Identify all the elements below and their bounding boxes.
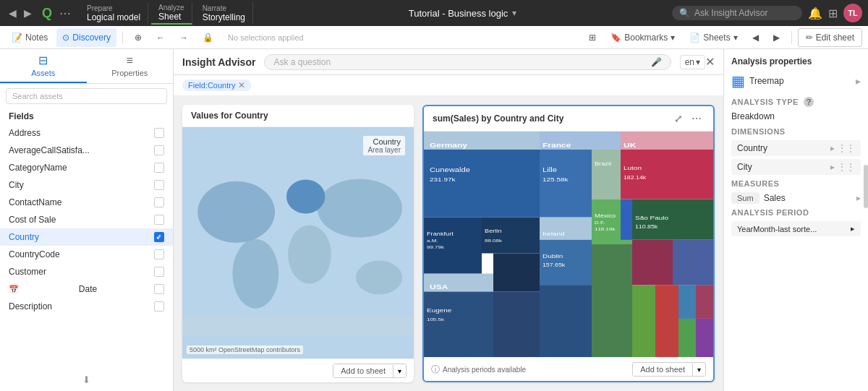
field-check-costofsale[interactable]	[154, 215, 164, 225]
svg-text:Berlin: Berlin	[485, 228, 502, 234]
card2-header: sum(Sales) by Country and City ⤢ ⋯	[424, 106, 713, 132]
insight-search-bar[interactable]: 🎤	[264, 54, 671, 70]
card-sum-sales: sum(Sales) by Country and City ⤢ ⋯ Germa…	[422, 105, 715, 382]
bookmark-icon: 🔖	[610, 33, 621, 43]
insight-question-input[interactable]	[273, 57, 646, 67]
field-name-averagecall: AverageCallSatisfa...	[9, 145, 90, 155]
grid-icon[interactable]: ⊞	[828, 7, 838, 20]
field-check-country[interactable]: ✓	[154, 232, 164, 242]
svg-rect-54	[632, 285, 655, 357]
dimension-country-label: Country	[737, 143, 767, 153]
sheets-button[interactable]: 📄 Sheets ▾	[684, 28, 743, 47]
lock-button[interactable]: 🔒	[197, 28, 219, 47]
field-check-date[interactable]	[154, 284, 164, 294]
field-item-averagecall[interactable]: AverageCallSatisfa...	[0, 142, 173, 159]
analysis-period-value: YearMonth-last sorte...	[737, 225, 817, 233]
grid-view-button[interactable]: ⊞	[583, 28, 602, 47]
field-check-contactname[interactable]	[154, 197, 164, 207]
hamburger-icon[interactable]: ⋯	[59, 7, 71, 20]
treemap-icon: ▦	[731, 72, 745, 90]
map-footer: 5000 km² OpenStreetMap contributors	[187, 345, 303, 354]
back-button[interactable]: ←	[150, 28, 171, 47]
field-item-customer[interactable]: Customer	[0, 263, 173, 280]
nav-prev-icon: ◀	[752, 33, 759, 43]
right-panel-content: Analysis properties ▦ Treemap ▸ Analysis…	[724, 49, 868, 244]
forward-button[interactable]: →	[174, 28, 194, 47]
search-input[interactable]	[694, 8, 788, 18]
add-to-sheet-dropdown-1[interactable]: ▾	[393, 365, 406, 377]
svg-text:a.M.: a.M.	[427, 239, 438, 244]
bell-icon[interactable]: 🔔	[808, 7, 822, 20]
dim-move-icon[interactable]: ⋮⋮	[838, 143, 855, 153]
bookmarks-button[interactable]: 🔖 Bookmarks ▾	[605, 28, 681, 47]
tab-assets[interactable]: ⊟ Assets	[0, 49, 87, 83]
mic-icon[interactable]: 🎤	[651, 57, 662, 67]
help-icon[interactable]: ?	[804, 97, 814, 107]
field-check-address[interactable]	[154, 128, 164, 138]
chart-type-expand-icon[interactable]: ▸	[856, 75, 861, 87]
svg-text:110.85k: 110.85k	[635, 224, 658, 230]
measure-expand-icon[interactable]: ▸	[856, 193, 861, 203]
field-check-averagecall[interactable]	[154, 145, 164, 155]
nav-prev-button[interactable]: ◀	[746, 28, 765, 47]
dim-city-move-icon[interactable]: ⋮⋮	[838, 162, 855, 172]
remove-filter-tag-button[interactable]: ✕	[238, 81, 245, 90]
nav-prepare-label: Prepare	[87, 4, 140, 12]
tab-properties-label: Properties	[111, 69, 148, 77]
svg-text:Frankfurt: Frankfurt	[427, 231, 454, 236]
pencil-icon: ✏	[806, 33, 813, 43]
field-item-categoryname[interactable]: CategoryName	[0, 159, 173, 176]
svg-rect-7	[182, 316, 414, 335]
map-label-country: Country	[367, 137, 401, 146]
edit-sheet-label: Edit sheet	[816, 33, 854, 43]
expand-card2-button[interactable]: ⤢	[671, 112, 686, 125]
field-item-date[interactable]: 📅 Date	[0, 280, 173, 298]
nav-analyze-section[interactable]: Analyze Sheet	[151, 2, 192, 25]
more-card2-button[interactable]: ⋯	[689, 112, 705, 125]
field-check-countrycode[interactable]	[154, 249, 164, 259]
lang-selector[interactable]: en ▾	[680, 55, 705, 69]
nav-narrate-section[interactable]: Narrate Storytelling	[195, 3, 253, 24]
field-item-country[interactable]: Country ✓	[0, 228, 173, 246]
nav-back-button[interactable]: ◀	[6, 6, 20, 20]
field-item-contactname[interactable]: ContactName	[0, 194, 173, 211]
add-to-sheet-label-1: Add to sheet	[341, 366, 386, 375]
field-item-description[interactable]: Description	[0, 298, 173, 315]
field-check-city[interactable]	[154, 180, 164, 190]
insight-advisor-search[interactable]: 🔍	[672, 6, 802, 20]
map-svg	[182, 127, 414, 358]
add-to-sheet-dropdown-2[interactable]: ▾	[692, 364, 705, 376]
right-panel-scrollbar[interactable]	[864, 165, 868, 208]
analysis-period-expand-icon[interactable]: ▸	[851, 224, 855, 233]
tab-properties[interactable]: ≡ Properties	[87, 49, 174, 83]
svg-text:157.65k: 157.65k	[542, 262, 565, 268]
expand-field-list-button[interactable]: ⬇	[78, 371, 95, 388]
card1-header: Values for Country	[182, 105, 414, 127]
nav-next-button[interactable]: ▶	[767, 28, 786, 47]
add-to-sheet-button-1[interactable]: Add to sheet	[333, 364, 393, 377]
nav-prepare-section[interactable]: Prepare Logical model	[80, 3, 148, 24]
svg-text:USA: USA	[430, 283, 448, 291]
close-insight-button[interactable]: ✕	[705, 55, 715, 69]
field-item-city[interactable]: City	[0, 176, 173, 194]
bookmarks-dropdown-icon: ▾	[671, 33, 675, 43]
search-assets-input[interactable]	[6, 88, 167, 104]
dim-expand-icon[interactable]: ▸	[830, 143, 835, 153]
app-dropdown-icon[interactable]: ▾	[512, 8, 516, 18]
field-check-categoryname[interactable]	[154, 163, 164, 173]
field-check-customer[interactable]	[154, 267, 164, 277]
dim-city-expand-icon[interactable]: ▸	[830, 162, 835, 172]
field-check-description[interactable]	[154, 301, 164, 311]
edit-sheet-button[interactable]: ✏ Edit sheet	[798, 28, 862, 47]
notes-button[interactable]: 📝 Notes	[6, 28, 54, 47]
field-item-costofsale[interactable]: Cost of Sale	[0, 211, 173, 228]
field-item-address[interactable]: Address	[0, 124, 173, 142]
nav-center: Tutorial - Business logic ▾	[256, 8, 669, 19]
nav-forward-button[interactable]: ▶	[21, 6, 35, 20]
add-to-sheet-button-2[interactable]: Add to sheet	[633, 363, 692, 376]
field-item-countrycode[interactable]: CountryCode	[0, 246, 173, 263]
discovery-button[interactable]: ⊙ Discovery	[56, 28, 116, 47]
tab-assets-label: Assets	[31, 69, 55, 77]
selection-mode-button[interactable]: ⊕	[129, 28, 148, 47]
svg-rect-23	[424, 292, 493, 357]
